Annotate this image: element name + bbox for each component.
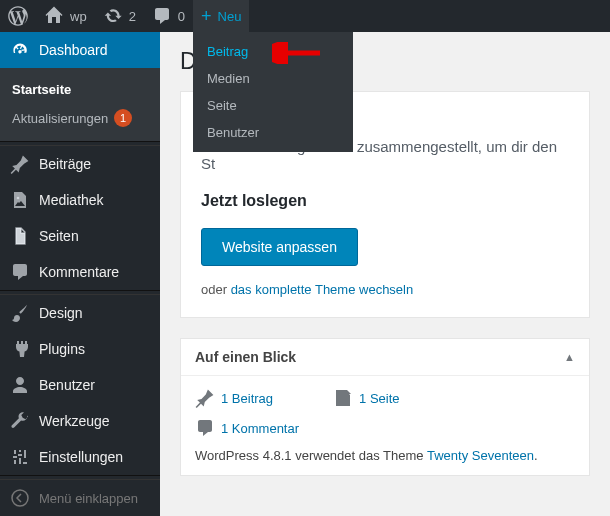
- site-link[interactable]: wp: [36, 0, 95, 32]
- menu-settings[interactable]: Einstellungen: [0, 439, 160, 475]
- at-a-glance-body: 1 Beitrag 1 Seite 1 Kommentar WordPress …: [181, 376, 589, 475]
- glance-posts-label: 1 Beitrag: [221, 391, 273, 406]
- comments-count: 0: [178, 9, 185, 24]
- glance-posts[interactable]: 1 Beitrag: [195, 388, 273, 408]
- toggle-icon: ▲: [564, 351, 575, 363]
- svg-point-1: [17, 197, 20, 200]
- customize-button[interactable]: Website anpassen: [201, 228, 358, 266]
- welcome-alt: oder das komplette Theme wechseln: [201, 282, 569, 297]
- sliders-icon: [10, 447, 30, 467]
- submenu-updates[interactable]: Aktualisierungen 1: [0, 103, 160, 133]
- collapse-label: Menü einklappen: [39, 491, 138, 506]
- media-icon: [10, 190, 30, 210]
- admin-bar: wp 2 0 + Neu: [0, 0, 610, 32]
- plugin-icon: [10, 339, 30, 359]
- comment-icon: [152, 6, 172, 26]
- collapse-menu[interactable]: Menü einklappen: [0, 480, 160, 516]
- pin-icon: [195, 388, 215, 408]
- glance-pages[interactable]: 1 Seite: [333, 388, 399, 408]
- at-a-glance-box: Auf einen Blick ▲ 1 Beitrag 1 Seite: [180, 338, 590, 476]
- menu-dashboard-label: Dashboard: [39, 42, 108, 58]
- wp-logo[interactable]: [0, 0, 36, 32]
- dropdown-item-user[interactable]: Benutzer: [193, 119, 353, 146]
- menu-settings-label: Einstellungen: [39, 449, 123, 465]
- menu-plugins[interactable]: Plugins: [0, 331, 160, 367]
- updates-count: 2: [129, 9, 136, 24]
- submenu-home[interactable]: Startseite: [0, 76, 160, 103]
- at-a-glance-header[interactable]: Auf einen Blick ▲: [181, 339, 589, 376]
- menu-comments-label: Kommentare: [39, 264, 119, 280]
- glance-comments-label: 1 Kommentar: [221, 421, 299, 436]
- svg-point-2: [12, 490, 28, 506]
- menu-posts-label: Beiträge: [39, 156, 91, 172]
- version-line: WordPress 4.8.1 verwendet das Theme Twen…: [195, 448, 575, 463]
- glance-comments[interactable]: 1 Kommentar: [195, 418, 299, 438]
- admin-sidebar: Dashboard Startseite Aktualisierungen 1 …: [0, 32, 160, 516]
- menu-pages-label: Seiten: [39, 228, 79, 244]
- menu-comments[interactable]: Kommentare: [0, 254, 160, 290]
- site-name: wp: [70, 9, 87, 24]
- wordpress-icon: [8, 6, 28, 26]
- dashboard-icon: [10, 40, 30, 60]
- menu-pages[interactable]: Seiten: [0, 218, 160, 254]
- annotation-arrow: [272, 42, 322, 64]
- pages-icon: [333, 388, 353, 408]
- collapse-icon: [10, 488, 30, 508]
- comments-link[interactable]: 0: [144, 0, 193, 32]
- menu-posts[interactable]: Beiträge: [0, 146, 160, 182]
- new-label: Neu: [218, 9, 242, 24]
- page-icon: [10, 226, 30, 246]
- at-a-glance-title: Auf einen Blick: [195, 349, 296, 365]
- plus-icon: +: [201, 7, 212, 25]
- menu-dashboard[interactable]: Dashboard: [0, 32, 160, 68]
- comments-icon: [10, 262, 30, 282]
- menu-users[interactable]: Benutzer: [0, 367, 160, 403]
- menu-tools-label: Werkzeuge: [39, 413, 110, 429]
- menu-appearance[interactable]: Design: [0, 295, 160, 331]
- update-icon: [103, 6, 123, 26]
- glance-pages-label: 1 Seite: [359, 391, 399, 406]
- updates-link[interactable]: 2: [95, 0, 144, 32]
- wrench-icon: [10, 411, 30, 431]
- menu-media-label: Mediathek: [39, 192, 104, 208]
- menu-plugins-label: Plugins: [39, 341, 85, 357]
- updates-badge: 1: [114, 109, 132, 127]
- welcome-get-started: Jetzt loslegen: [201, 192, 569, 210]
- theme-link[interactable]: Twenty Seventeen: [427, 448, 534, 463]
- home-icon: [44, 6, 64, 26]
- pin-icon: [10, 154, 30, 174]
- menu-media[interactable]: Mediathek: [0, 182, 160, 218]
- menu-users-label: Benutzer: [39, 377, 95, 393]
- change-theme-link[interactable]: das komplette Theme wechseln: [231, 282, 414, 297]
- comment-icon: [195, 418, 215, 438]
- menu-tools[interactable]: Werkzeuge: [0, 403, 160, 439]
- svg-rect-3: [338, 390, 347, 404]
- menu-appearance-label: Design: [39, 305, 83, 321]
- brush-icon: [10, 303, 30, 323]
- new-content[interactable]: + Neu: [193, 0, 249, 32]
- dropdown-item-media[interactable]: Medien: [193, 65, 353, 92]
- dashboard-submenu: Startseite Aktualisierungen 1: [0, 68, 160, 141]
- user-icon: [10, 375, 30, 395]
- submenu-updates-label: Aktualisierungen: [12, 111, 108, 126]
- dropdown-item-page[interactable]: Seite: [193, 92, 353, 119]
